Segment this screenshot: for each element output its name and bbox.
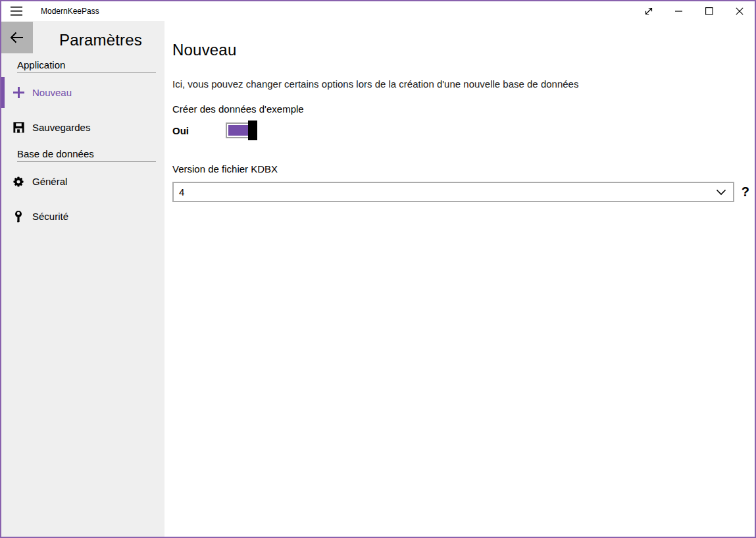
chevron-down-icon	[716, 189, 726, 196]
sample-data-toggle[interactable]	[226, 121, 257, 140]
gear-icon	[12, 175, 25, 188]
sidebar-item-securite[interactable]: Sécurité	[1, 201, 164, 232]
kdbx-version-label: Version de fichier KDBX	[172, 163, 749, 175]
settings-page-nouveau: Nouveau Ici, vous pouvez changer certain…	[164, 21, 755, 537]
kdbx-version-value: 4	[179, 186, 716, 198]
close-button[interactable]	[724, 1, 755, 21]
back-button[interactable]	[1, 22, 33, 53]
sidebar-header: Paramètres	[1, 21, 164, 58]
page-title: Nouveau	[172, 41, 749, 59]
settings-sidebar: Paramètres Application Nouveau	[1, 21, 164, 537]
page-description: Ici, vous pouvez changer certains option…	[172, 78, 749, 90]
titlebar: ModernKeePass	[1, 1, 755, 21]
sidebar-item-label: Général	[32, 176, 67, 187]
fullscreen-icon	[643, 6, 654, 16]
close-icon	[736, 7, 743, 15]
selection-indicator	[1, 77, 5, 108]
hamburger-icon	[11, 7, 22, 16]
section-header-application: Application	[17, 59, 156, 73]
hamburger-menu-button[interactable]	[1, 1, 32, 21]
back-arrow-icon	[9, 31, 25, 44]
minimize-button[interactable]	[664, 1, 694, 21]
maximize-button[interactable]	[694, 1, 724, 21]
kdbx-version-combobox[interactable]: 4	[172, 182, 734, 202]
fullscreen-button[interactable]	[634, 1, 664, 21]
section-header-base-de-donnees: Base de données	[17, 148, 156, 162]
maximize-icon	[705, 7, 713, 15]
toggle-state-text: Oui	[172, 125, 226, 136]
sidebar-item-sauvegardes[interactable]: Sauvegardes	[1, 112, 164, 143]
sidebar-title: Paramètres	[59, 31, 142, 49]
toggle-thumb[interactable]	[248, 121, 257, 140]
plus-icon	[12, 86, 25, 99]
sidebar-item-general[interactable]: Général	[1, 166, 164, 197]
toggle-fill	[228, 125, 249, 136]
modernkeepass-window: { "window": { "title": "ModernKeePass", …	[0, 0, 756, 538]
kdbx-help-mark[interactable]: ?	[742, 184, 749, 200]
sample-data-label: Créer des données d'exemple	[172, 103, 749, 115]
app-title: ModernKeePass	[41, 7, 99, 16]
sidebar-item-label: Sauvegardes	[32, 122, 90, 133]
save-icon	[12, 121, 25, 134]
sidebar-item-nouveau[interactable]: Nouveau	[1, 77, 164, 108]
key-icon	[12, 210, 25, 223]
sidebar-item-label: Nouveau	[32, 87, 72, 98]
minimize-icon	[675, 7, 683, 15]
sidebar-item-label: Sécurité	[32, 211, 68, 222]
